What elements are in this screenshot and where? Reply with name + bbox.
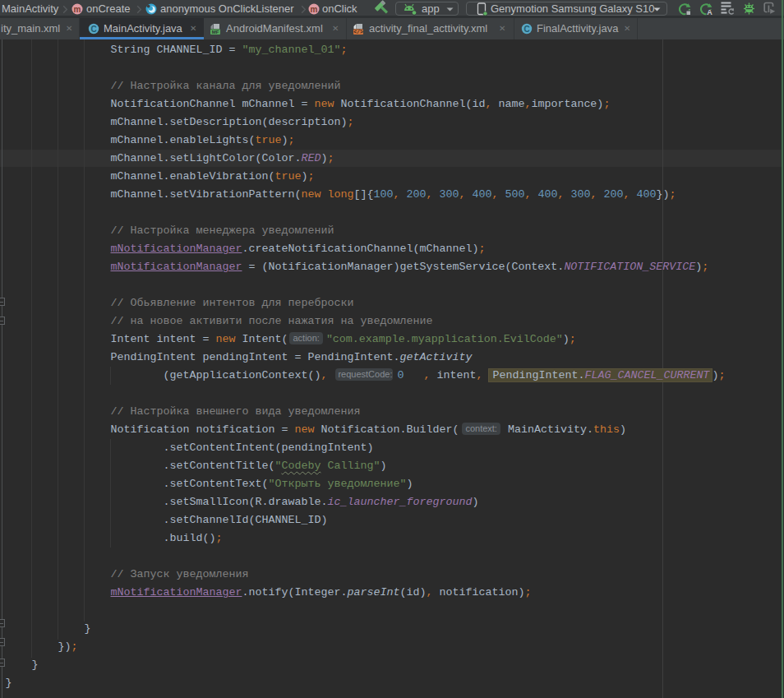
svg-text:</>: </> — [353, 30, 363, 35]
svg-text:C: C — [524, 25, 530, 34]
svg-text:m: m — [74, 5, 81, 14]
svg-text:A: A — [707, 8, 713, 16]
svg-text:m: m — [311, 5, 318, 14]
svg-text:MF: MF — [212, 30, 219, 35]
svg-text:C: C — [91, 25, 97, 34]
